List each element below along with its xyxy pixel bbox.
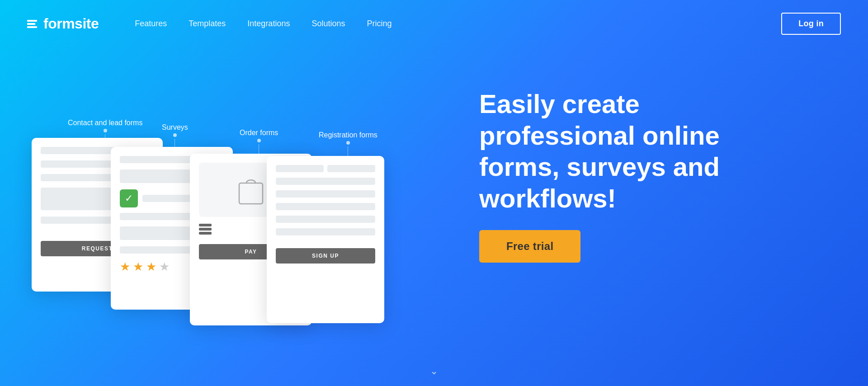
- registration-signup-button[interactable]: SIGN UP: [276, 248, 375, 264]
- registration-form-card: SIGN UP: [267, 156, 384, 323]
- svg-rect-0: [239, 183, 263, 204]
- login-button[interactable]: Log in: [781, 13, 841, 35]
- logo-text: formsite: [43, 15, 99, 32]
- nav-integrations[interactable]: Integrations: [247, 19, 290, 28]
- checkbox-icon: ✓: [120, 189, 138, 207]
- hero-section: Easily create professional online forms,…: [443, 52, 841, 350]
- star-2: ★: [133, 260, 143, 274]
- free-trial-button[interactable]: Free trial: [479, 230, 580, 263]
- star-4: ★: [159, 260, 170, 274]
- nav-templates[interactable]: Templates: [189, 19, 226, 28]
- logo-icon: [27, 20, 37, 28]
- star-3: ★: [146, 260, 156, 274]
- logo[interactable]: formsite: [27, 15, 99, 32]
- star-1: ★: [120, 260, 130, 274]
- nav-features[interactable]: Features: [135, 19, 167, 28]
- shopping-bag-icon: [237, 174, 264, 206]
- main-nav: Features Templates Integrations Solution…: [135, 19, 781, 28]
- scroll-indicator: ⌄: [430, 365, 438, 377]
- nav-solutions[interactable]: Solutions: [311, 19, 345, 28]
- forms-illustration: Contact and lead forms Surveys Order for…: [27, 52, 443, 350]
- hero-headline: Easily create professional online forms,…: [479, 88, 769, 214]
- reg-two-col: [276, 165, 375, 172]
- price-lines-icon: [199, 224, 212, 235]
- main-content: Contact and lead forms Surveys Order for…: [0, 52, 868, 350]
- nav-pricing[interactable]: Pricing: [367, 19, 392, 28]
